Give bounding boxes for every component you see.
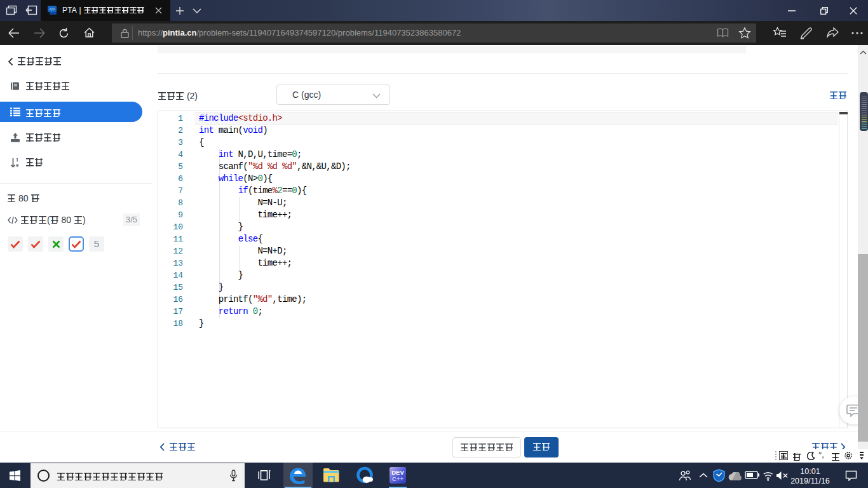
svg-text:C++: C++ xyxy=(392,475,403,482)
svg-text:9: 9 xyxy=(16,163,18,168)
svg-text:1: 1 xyxy=(16,158,18,163)
svg-text:</>: </> xyxy=(49,7,55,11)
